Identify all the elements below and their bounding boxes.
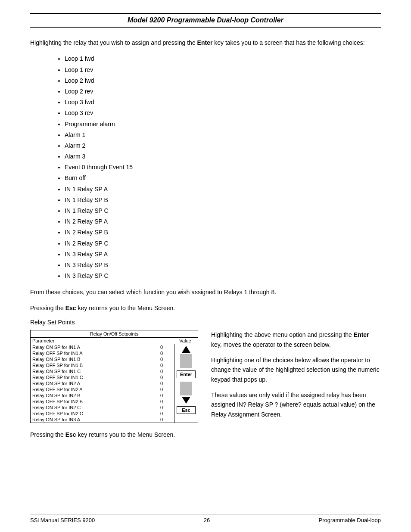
- row-param: Relay ON SP for IN2 B: [32, 393, 151, 398]
- row-value: 0: [151, 393, 172, 398]
- row-value: 0: [151, 399, 172, 404]
- right-enter-bold: Enter: [354, 331, 369, 338]
- list-item: IN 2 Relay SP A: [65, 216, 381, 227]
- screen-header-param: Parameter: [32, 338, 174, 343]
- screen-title: Relay On/Off Setpoints: [31, 330, 198, 338]
- intro-text: Highlighting the relay that you wish to …: [30, 39, 197, 46]
- screen-header-value: Value: [174, 338, 196, 343]
- list-item: Loop 1 rev: [65, 65, 381, 75]
- table-row: Relay ON SP for IN2 A 0: [31, 380, 174, 386]
- list-item: Alarm 1: [65, 130, 381, 140]
- table-row: Relay ON SP for IN2 B 0: [31, 392, 174, 398]
- row-param: Relay ON SP for IN2 C: [32, 405, 151, 410]
- list-item: Burn off: [65, 173, 381, 184]
- list-item: Loop 3 rev: [65, 108, 381, 118]
- footer-left: SSi Manual SERIES 9200: [30, 517, 95, 523]
- right-description: Highlighting the above menu option and p…: [211, 330, 381, 419]
- esc-button[interactable]: Esc: [177, 406, 196, 414]
- row-param: Relay OFF SP for IN1 C: [32, 375, 151, 380]
- enter-bold: Enter: [197, 39, 213, 46]
- footer-center: 26: [204, 517, 210, 523]
- pressing-esc-post: key returns you to the Menu Screen.: [76, 305, 175, 311]
- list-item: IN 2 Relay SP B: [65, 227, 381, 238]
- right-para1-pre: Highlighting the above menu option and p…: [211, 331, 354, 338]
- screen-rows: Relay ON SP for IN1 A 0 Relay OFF SP for…: [31, 344, 198, 423]
- table-row: Relay OFF SP for IN1 A 0: [31, 350, 174, 356]
- row-value: 0: [151, 357, 172, 362]
- list-item: Alarm 3: [65, 151, 381, 162]
- right-para1-post: key, moves the operator to the screen be…: [211, 341, 331, 348]
- row-value: 0: [151, 363, 172, 368]
- row-param: Relay ON SP for IN1 C: [32, 369, 151, 374]
- row-param: Relay OFF SP for IN2 C: [32, 411, 151, 416]
- esc-bold: Esc: [65, 305, 76, 311]
- list-item: Programmer alarm: [65, 119, 381, 130]
- row-param: Relay ON SP for IN1 A: [32, 345, 151, 350]
- row-param: Relay ON SP for IN2 A: [32, 381, 151, 386]
- row-value: 0: [151, 369, 172, 374]
- pressing-esc-paragraph: Pressing the Esc key returns you to the …: [30, 303, 381, 313]
- right-para3: These values are only valid if the assig…: [211, 390, 381, 419]
- list-item: IN 2 Relay SP C: [65, 238, 381, 249]
- table-row: Relay OFF SP for IN2 A 0: [31, 386, 174, 392]
- intro-text2: key takes you to a screen that has the f…: [212, 39, 364, 46]
- footer-right: Programmable Dual-loop: [318, 517, 381, 523]
- pressing-esc2-pre: Pressing the: [30, 431, 65, 438]
- right-para2: Highlighting one of the choices below al…: [211, 355, 381, 384]
- row-param: Relay ON SP for IN1 B: [32, 357, 151, 362]
- pressing-esc2-post: key returns you to the Menu Screen.: [76, 431, 175, 438]
- row-value: 0: [151, 405, 172, 410]
- list-item: IN 3 Relay SP C: [65, 271, 381, 281]
- table-row: Relay OFF SP for IN2 B 0: [31, 398, 174, 404]
- row-value: 0: [151, 417, 172, 422]
- bullet-list: Loop 1 fwd Loop 1 rev Loop 2 fwd Loop 2 …: [65, 53, 381, 281]
- right-para1: Highlighting the above menu option and p…: [211, 330, 381, 349]
- list-item: Loop 1 fwd: [65, 53, 381, 64]
- table-row: Relay ON SP for IN3 A 0: [31, 417, 174, 423]
- table-row: Relay OFF SP for IN1 B 0: [31, 362, 174, 368]
- screen-header-row: Parameter Value: [31, 338, 198, 344]
- row-param: Relay OFF SP for IN2 B: [32, 399, 151, 404]
- row-value: 0: [151, 351, 172, 356]
- screen-controls: Enter Esc: [174, 344, 198, 423]
- row-param: Relay OFF SP for IN2 A: [32, 387, 151, 392]
- row-param: Relay ON SP for IN3 A: [32, 417, 151, 422]
- table-row: Relay ON SP for IN1 B 0: [31, 356, 174, 362]
- row-value: 0: [151, 387, 172, 392]
- row-value: 0: [151, 411, 172, 416]
- row-param: Relay OFF SP for IN1 B: [32, 363, 151, 368]
- list-item: Alarm 2: [65, 140, 381, 151]
- header-title: Model 9200 Programmable Dual-loop Contro…: [128, 16, 283, 24]
- table-row: Relay ON SP for IN1 C 0: [31, 368, 174, 374]
- list-item: Loop 2 rev: [65, 86, 381, 97]
- row-param: Relay OFF SP for IN1 A: [32, 351, 151, 356]
- scroll-down-bar: [180, 382, 192, 395]
- content-row: Relay On/Off Setpoints Parameter Value R…: [30, 330, 381, 423]
- page-footer: SSi Manual SERIES 9200 26 Programmable D…: [30, 514, 381, 523]
- list-item: Loop 2 fwd: [65, 75, 381, 86]
- row-value: 0: [151, 345, 172, 350]
- esc-bold2: Esc: [65, 431, 76, 438]
- list-item: Event 0 through Event 15: [65, 162, 381, 173]
- list-item: Loop 3 fwd: [65, 97, 381, 108]
- table-row: Relay OFF SP for IN1 C 0: [31, 374, 174, 380]
- scroll-up-bar: [180, 354, 192, 368]
- screen-table: Relay ON SP for IN1 A 0 Relay OFF SP for…: [31, 344, 174, 423]
- screen-box: Relay On/Off Setpoints Parameter Value R…: [30, 330, 198, 423]
- pressing-esc-pre: Pressing the: [30, 305, 65, 311]
- relay-set-points-label: Relay Set Points: [30, 319, 381, 326]
- list-item: IN 1 Relay SP A: [65, 184, 381, 195]
- table-row: Relay ON SP for IN1 A 0: [31, 344, 174, 350]
- intro-paragraph: Highlighting the relay that you wish to …: [30, 38, 381, 47]
- table-row: Relay ON SP for IN2 C 0: [31, 404, 174, 411]
- pressing-esc2-paragraph: Pressing the Esc key returns you to the …: [30, 430, 381, 439]
- table-row: Relay OFF SP for IN2 C 0: [31, 411, 174, 417]
- row-value: 0: [151, 375, 172, 380]
- row-value: 0: [151, 381, 172, 386]
- page-header: Model 9200 Programmable Dual-loop Contro…: [30, 13, 381, 28]
- list-item: IN 3 Relay SP B: [65, 260, 381, 271]
- from-choices-paragraph: From these choices, you can select which…: [30, 287, 381, 297]
- arrow-down-icon: [182, 397, 190, 404]
- enter-button[interactable]: Enter: [177, 370, 196, 378]
- list-item: IN 1 Relay SP C: [65, 205, 381, 216]
